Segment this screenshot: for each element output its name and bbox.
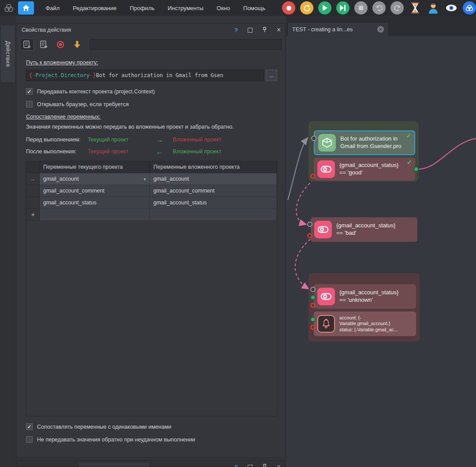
checkbox[interactable] [26, 423, 33, 430]
checkbox[interactable] [26, 88, 33, 95]
view-eye-button[interactable] [445, 1, 458, 15]
row-marker [26, 185, 40, 197]
project-tab[interactable]: TEST - creating a lin...es × [287, 22, 389, 36]
wire-to-unknown [295, 239, 310, 289]
menu-tools[interactable]: Инструменты [168, 5, 204, 11]
nested-project-path-input[interactable]: {-Project.Directory-}Bot for authorizati… [26, 70, 264, 81]
output-connector-green[interactable] [310, 295, 316, 300]
redo-button[interactable] [390, 1, 404, 15]
input-connector[interactable] [307, 222, 312, 227]
stop-button[interactable] [354, 1, 368, 15]
table-cell[interactable]: gmail_account_comment [150, 185, 277, 197]
node-notification[interactable]: account: {- Variable.gmail_account-} sta… [314, 311, 416, 336]
step-forward-icon [340, 5, 346, 11]
node-notification-text: account: {- Variable.gmail_account-} sta… [339, 315, 410, 332]
comments-view-button[interactable] [37, 38, 51, 51]
output-connector-red[interactable] [310, 174, 316, 179]
new-row-cell[interactable] [40, 209, 150, 221]
menu-window[interactable]: Окно [217, 5, 230, 11]
hourglass-button[interactable] [409, 1, 422, 15]
help-icon[interactable]: ? [234, 464, 238, 467]
option-match-same-names[interactable]: Сопоставлять переменные с одинаковыми им… [26, 423, 277, 430]
record-ring-icon [56, 41, 64, 48]
option-no-return-on-fail[interactable]: Не передавать значения обратно при неуда… [26, 436, 277, 443]
node-condition: {gmail_account_status} == 'bad' [336, 222, 403, 237]
input-connector[interactable] [310, 287, 316, 292]
pin-icon[interactable] [262, 464, 267, 467]
brand-button[interactable] [463, 1, 476, 15]
after-label: После выполнения: [26, 148, 88, 155]
restart-button[interactable] [300, 1, 313, 15]
nested-project-label: Вложенный проект [173, 148, 221, 155]
node-condition: {gmail_account_status} == 'good' [339, 162, 406, 177]
wire-incoming [288, 138, 307, 200]
home-button[interactable] [18, 1, 34, 15]
next-panel-header-partial: ? × [16, 460, 286, 467]
connection-wires [286, 36, 476, 467]
eye-toggle-icon [314, 221, 332, 238]
output-connector-red[interactable] [310, 325, 316, 330]
action-title-input[interactable] [89, 39, 282, 50]
variable-mapping-table: Переменные текущего проекта Переменные в… [26, 161, 277, 416]
stop-icon [359, 6, 363, 10]
properties-view-button[interactable] [20, 38, 34, 51]
table-cell[interactable]: gmail_account ▾ [40, 173, 150, 185]
option-pass-context[interactable]: Передавать контекст проекта (project.Con… [26, 88, 277, 95]
output-connector-red[interactable] [307, 233, 312, 238]
mapping-after-row: После выполнения: Текущий проект ← Вложе… [26, 148, 277, 156]
checkbox[interactable] [26, 436, 33, 443]
menu-profile[interactable]: Профиль [130, 5, 154, 11]
close-icon[interactable]: × [277, 26, 281, 33]
output-connector-green[interactable] [413, 167, 419, 172]
bell-icon [317, 315, 335, 333]
menu-edit[interactable]: Редактирование [73, 5, 116, 11]
dropdown-caret-icon[interactable]: ▾ [144, 177, 146, 182]
current-project-label: Текущий проект [88, 137, 146, 143]
redo-icon [394, 4, 401, 12]
table-cell[interactable]: gmail_account_comment [40, 185, 150, 197]
step-forward-button[interactable] [336, 1, 350, 15]
output-connector-green[interactable] [310, 317, 316, 322]
maximize-icon[interactable] [248, 465, 253, 467]
maximize-icon[interactable] [248, 28, 253, 33]
output-connector-red[interactable] [310, 303, 316, 308]
pin-icon[interactable] [262, 27, 267, 33]
help-icon[interactable]: ? [234, 27, 238, 33]
play-button[interactable] [318, 1, 331, 15]
macro-close-brace: -} [89, 72, 96, 78]
flow-canvas[interactable]: Bot for authorization in Gmail from Gsen… [286, 36, 476, 467]
actions-side-tab[interactable]: Действия [1, 26, 15, 82]
close-icon[interactable]: × [277, 463, 281, 467]
menu-file[interactable]: Файл [45, 5, 60, 11]
input-connector[interactable] [311, 136, 316, 141]
tab-close-icon[interactable]: × [377, 26, 384, 33]
success-check-icon: ✓ [407, 159, 412, 166]
document-gear-icon [23, 41, 31, 48]
option-open-browser[interactable]: Открывать браузер, если требуется [26, 101, 277, 107]
menu-help[interactable]: Помощь [243, 5, 265, 11]
row-marker-new: ∗ [26, 209, 40, 221]
menu-items: Файл Редактирование Профиль Инструменты … [45, 5, 265, 11]
column-header-current: Переменные текущего проекта [40, 161, 150, 173]
node-condition-unknown[interactable]: {gmail_account_status} == 'unknown' [314, 284, 416, 309]
table-cell[interactable]: gmail_account_status [150, 197, 277, 209]
browse-button[interactable]: ... [266, 70, 277, 81]
node-bot-authorization[interactable]: Bot for authorization in Gmail from Gsen… [314, 130, 415, 155]
node-condition-good[interactable]: {gmail_account_status} == 'good' ✓ [314, 158, 415, 181]
table-cell[interactable]: gmail_account_status [40, 197, 150, 209]
document-note-icon [40, 41, 48, 48]
profile-icon [428, 2, 439, 14]
checkbox[interactable] [26, 101, 33, 107]
record-action-button[interactable] [53, 38, 67, 51]
marker-column-header [26, 161, 40, 173]
eye-toggle-icon [317, 288, 335, 305]
undo-button[interactable] [372, 1, 386, 15]
table-cell[interactable]: gmail_account [150, 173, 277, 185]
node-condition-bad[interactable]: {gmail_account_status} == 'bad' [311, 217, 417, 242]
record-button[interactable] [282, 1, 295, 15]
new-row-cell[interactable] [150, 209, 277, 221]
macro-ident-directory: Directory [61, 72, 89, 78]
down-arrow-button[interactable] [70, 38, 84, 51]
profile-button[interactable] [427, 1, 440, 15]
checkbox-label: Не передавать значения обратно при неуда… [37, 437, 195, 443]
